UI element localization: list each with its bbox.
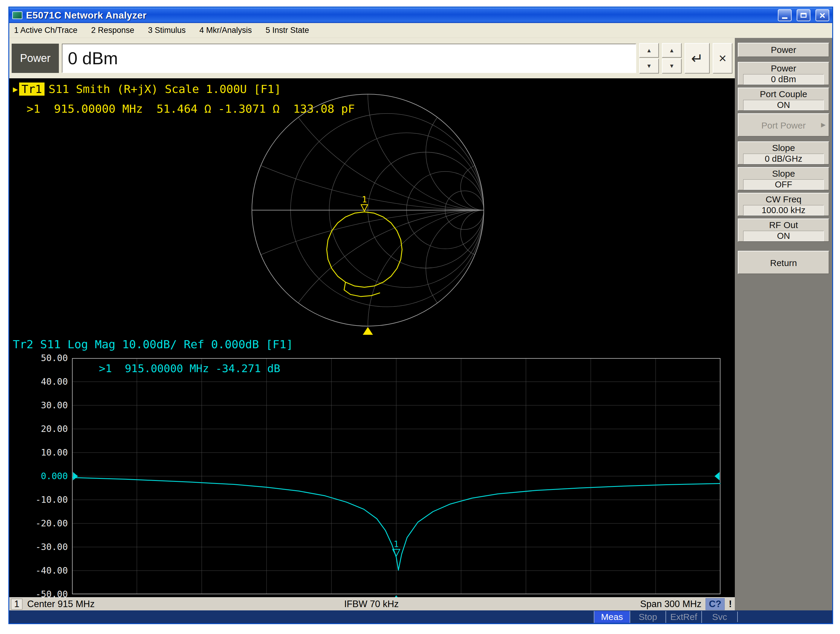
- ifbw-label: IFBW 70 kHz: [344, 599, 399, 609]
- spinner-coarse: ▲ ▼: [639, 43, 659, 74]
- trace2-title: Tr2 S11 Log Mag 10.00dB/ Ref 0.000dB [F1…: [13, 338, 293, 351]
- y-axis-label: 50.00: [17, 353, 68, 364]
- softkey-slope-value[interactable]: Slope 0 dB/GHz: [738, 141, 829, 165]
- submenu-arrow-icon: ▶: [821, 121, 826, 128]
- status-center: IFBW 70 kHz: [251, 599, 491, 609]
- close-button[interactable]: ×: [815, 9, 829, 21]
- y-axis-label: 40.00: [17, 376, 68, 387]
- app-icon: [12, 11, 22, 19]
- app-window: E5071C Network Analyzer × 1 Active Ch/Tr…: [8, 6, 833, 624]
- down-arrow-icon: ▼: [669, 63, 675, 69]
- smith-trace: [327, 212, 402, 297]
- softkey-rf-out[interactable]: RF Out ON: [738, 218, 829, 242]
- entry-enter-button[interactable]: ↵: [685, 43, 710, 74]
- spinner-fine-up-button[interactable]: ▲: [662, 43, 682, 58]
- log-mag-chart: 1: [72, 358, 720, 594]
- y-axis-label: -10.00: [17, 495, 68, 505]
- entry-toolbar: Power ▲ ▼ ▲ ▼ ↵ ×: [9, 38, 735, 78]
- y-axis-label: -40.00: [17, 565, 68, 576]
- y-axis-label: 10.00: [17, 447, 68, 458]
- ref-level-marker-right-icon: [714, 472, 720, 481]
- logmag-marker-1-number: 1: [394, 539, 399, 549]
- softkey-cw-freq[interactable]: CW Freq 100.00 kHz: [738, 193, 829, 216]
- spinner-fine: ▲ ▼: [662, 43, 682, 74]
- menu-bar: 1 Active Ch/Trace 2 Response 3 Stimulus …: [9, 23, 832, 38]
- restore-button[interactable]: [797, 9, 810, 21]
- softkey-return[interactable]: Return: [738, 251, 829, 274]
- restore-icon: [801, 13, 807, 17]
- y-axis-label: 30.00: [17, 400, 68, 411]
- smith-chart: 1: [236, 87, 499, 337]
- menu-stimulus[interactable]: 3 Stimulus: [148, 26, 186, 35]
- status-right: Span 300 MHz C? !: [491, 598, 735, 610]
- minimize-button[interactable]: [778, 9, 792, 21]
- softkey-port-power: Port Power ▶: [738, 113, 829, 137]
- title-bar: E5071C Network Analyzer ×: [9, 8, 832, 23]
- channel-indicator: 1: [11, 599, 22, 609]
- logmag-stimulus-marker-icon: [391, 595, 401, 597]
- softkey-power[interactable]: Power 0 dBm: [738, 62, 829, 85]
- status-left: 1 Center 915 MHz: [9, 599, 251, 609]
- spinner-fine-down-button[interactable]: ▼: [662, 58, 682, 74]
- up-arrow-icon: ▲: [669, 47, 675, 54]
- y-axis-label: -50.00: [17, 589, 68, 597]
- display-area: ▶ Tr1 S11 Smith (R+jX) Scale 1.000U [F1]…: [9, 78, 735, 597]
- softkey-panel: Power Power 0 dBm Port Couple ON Port Po…: [735, 38, 832, 610]
- span-label: Span 300 MHz: [640, 599, 701, 609]
- menu-instr-state[interactable]: 5 Instr State: [266, 26, 309, 35]
- down-arrow-icon: ▼: [646, 63, 652, 69]
- instrument-status-bar: Meas Stop ExtRef Svc: [9, 610, 832, 623]
- softkey-slope-onoff[interactable]: Slope OFF: [738, 167, 829, 190]
- spinner-coarse-up-button[interactable]: ▲: [639, 43, 659, 58]
- active-trace-arrow-icon: ▶: [13, 84, 18, 94]
- smith-stimulus-marker-icon: [363, 327, 373, 335]
- y-axis-ref-label: 0.000: [17, 471, 68, 482]
- minimize-icon: [782, 17, 788, 19]
- entry-value-input[interactable]: [62, 44, 636, 73]
- softkey-port-couple[interactable]: Port Couple ON: [738, 88, 829, 111]
- status-empty-segment: [737, 612, 832, 622]
- alert-indicator: !: [729, 599, 732, 609]
- window-title: E5071C Network Analyzer: [26, 10, 773, 21]
- status-meas: Meas: [594, 611, 630, 623]
- y-axis-label: 20.00: [17, 424, 68, 434]
- close-icon: ×: [819, 10, 825, 21]
- entry-field-label: Power: [12, 44, 59, 73]
- menu-mkr-analysis[interactable]: 4 Mkr/Analysis: [199, 26, 252, 35]
- spinner-coarse-down-button[interactable]: ▼: [639, 58, 659, 74]
- correction-badge: C?: [706, 598, 724, 610]
- entry-close-button[interactable]: ×: [713, 43, 733, 74]
- center-frequency-label: Center 915 MHz: [27, 599, 95, 609]
- menu-active-ch-trace[interactable]: 1 Active Ch/Trace: [14, 26, 77, 35]
- ref-level-marker-left-icon: [73, 472, 78, 481]
- menu-response[interactable]: 2 Response: [91, 26, 134, 35]
- status-bar: 1 Center 915 MHz IFBW 70 kHz Span 300 MH…: [9, 597, 735, 610]
- status-stop: Stop: [630, 611, 665, 623]
- status-svc: Svc: [701, 611, 737, 623]
- close-icon: ×: [719, 51, 726, 65]
- smith-marker-1-number: 1: [362, 194, 367, 204]
- y-axis-label: -20.00: [17, 518, 68, 529]
- up-arrow-icon: ▲: [646, 47, 652, 54]
- softkey-menu-title: Power: [738, 43, 829, 57]
- enter-icon: ↵: [691, 51, 703, 66]
- y-axis-label: -30.00: [17, 542, 68, 552]
- status-extref: ExtRef: [665, 611, 701, 623]
- trace1-tag: Tr1: [19, 82, 44, 96]
